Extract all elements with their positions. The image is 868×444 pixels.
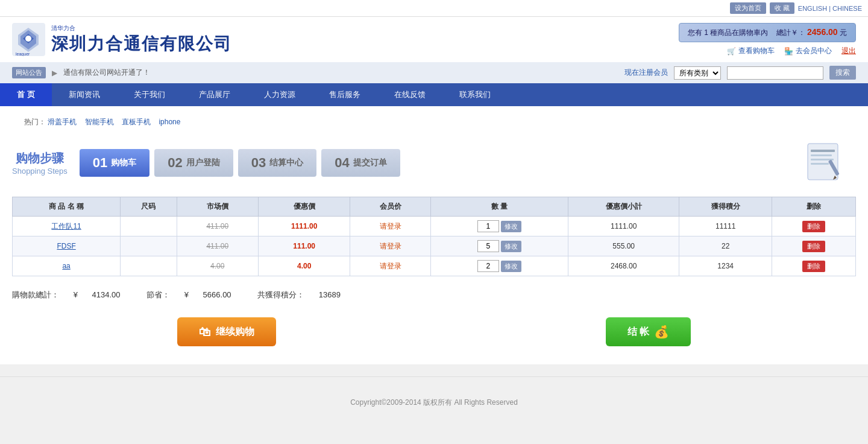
modify-btn-1[interactable]: 修改	[501, 221, 521, 232]
discount-price-2: 111.00	[293, 242, 315, 250]
logout-link[interactable]: 退出	[841, 46, 856, 56]
shopping-steps-area: 购物步骤 Shopping Steps 01 购物车 02 用户登陆 03 结算…	[12, 141, 856, 185]
english-link[interactable]: ENGLISH	[798, 5, 827, 12]
set-home-button[interactable]: 设为首页	[730, 2, 766, 14]
cart-total-unit: 元	[840, 28, 847, 37]
hot-keyword-iphone[interactable]: iphone	[159, 118, 180, 126]
steps-title-en: Shopping Steps	[12, 166, 68, 176]
category-select[interactable]: 所有类别 手机 平板 配件	[674, 66, 721, 80]
search-input[interactable]	[727, 66, 823, 80]
main-content: 热门： 滑盖手机 智能手机 直板手机 iphone 购物步骤 Shopping …	[0, 106, 868, 364]
collect-button[interactable]: 收 藏	[770, 2, 794, 14]
cart-illustration	[802, 141, 856, 183]
step-1-label: 购物车	[111, 157, 136, 168]
nav-item-products[interactable]: 产品展厅	[182, 83, 247, 106]
steps-illustration	[802, 141, 856, 185]
step-2-label: 用户登陆	[186, 157, 220, 168]
col-header-subtotal: 優惠價小計	[568, 197, 679, 217]
col-header-qty: 數 量	[431, 197, 568, 217]
points-2: 22	[679, 236, 772, 256]
svg-rect-8	[811, 154, 832, 156]
cart-total-price: 2456.00	[807, 27, 838, 37]
qty-input-1[interactable]	[477, 220, 499, 232]
nav-item-hr[interactable]: 人力资源	[247, 83, 312, 106]
view-cart-link[interactable]: 🛒 查看购物车	[727, 46, 775, 56]
cart-table: 商 品 名 稱 尺码 市场價 優惠價 会员价 數 量 優惠價小計 獲得積分 删除…	[12, 197, 856, 276]
step-4-button[interactable]: 04 提交订单	[321, 149, 400, 177]
nav-item-aftersales[interactable]: 售后服务	[312, 83, 377, 106]
member-price-3[interactable]: 请登录	[380, 262, 401, 270]
nav-item-feedback[interactable]: 在线反馈	[377, 83, 442, 106]
qty-input-3[interactable]	[477, 260, 499, 272]
nav-item-contact[interactable]: 联系我们	[442, 83, 508, 106]
hot-keyword-1[interactable]: 滑盖手机	[48, 118, 77, 126]
checkout-label: 结 帐	[627, 326, 649, 338]
member-price-1[interactable]: 请登录	[380, 222, 401, 230]
step-2-button[interactable]: 02 用户登陆	[154, 149, 233, 177]
step-3-num: 03	[251, 155, 266, 171]
step-1-button[interactable]: 01 购物车	[80, 149, 149, 177]
product-link-3[interactable]: aa	[62, 262, 70, 270]
nav-item-about[interactable]: 关于我们	[117, 83, 182, 106]
nav-item-news[interactable]: 新闻资讯	[52, 83, 117, 106]
step-2-num: 02	[168, 155, 182, 171]
header: leaguer 清华力合 深圳力合通信有限公司 您有 1 種商品在購物車內 總計…	[0, 17, 868, 62]
delete-btn-3[interactable]: 删除	[802, 261, 825, 272]
logo-text-area: 清华力合 深圳力合通信有限公司	[51, 24, 232, 56]
step-4-label: 提交订单	[353, 157, 387, 168]
col-header-member: 会员价	[350, 197, 431, 217]
continue-shopping-button[interactable]: 🛍 继续购物	[177, 317, 276, 346]
main-nav: 首 页 新闻资讯 关于我们 产品展厅 人力资源 售后服务 在线反馈 联系我们	[0, 83, 868, 106]
cart-actions-row: 🛍 继续购物 结 帐 💰	[12, 317, 856, 346]
col-header-market: 市场價	[177, 197, 259, 217]
member-price-2[interactable]: 请登录	[380, 242, 401, 250]
notice-text: 通信有限公司网站开通了！	[63, 68, 150, 78]
table-row: FDSF 411.00 111.00 请登录 修改 555.00 22 删除	[13, 236, 856, 256]
modify-btn-2[interactable]: 修改	[501, 241, 521, 252]
discount-price-3: 4.00	[297, 262, 311, 270]
step-1-num: 01	[93, 155, 107, 171]
svg-rect-6	[808, 144, 838, 180]
market-price-1: 411.00	[206, 222, 228, 230]
cart-summary: 購物款總計： ¥ 4134.00 節省： ¥ 5666.00 共獲得積分： 13…	[12, 285, 856, 305]
logo-brand-zh: 清华力合	[51, 24, 232, 33]
size-2	[121, 236, 177, 256]
modify-btn-3[interactable]: 修改	[501, 261, 521, 272]
col-header-name: 商 品 名 稱	[13, 197, 121, 217]
hot-keyword-2[interactable]: 智能手机	[85, 118, 114, 126]
col-header-delete: 删除	[772, 197, 856, 217]
delete-btn-1[interactable]: 删除	[802, 221, 825, 232]
checkout-button[interactable]: 结 帐 💰	[606, 317, 691, 346]
top-bar: 设为首页 收 藏 ENGLISH | CHINESE	[0, 0, 868, 17]
hot-keyword-3[interactable]: 直板手机	[122, 118, 151, 126]
size-3	[121, 256, 177, 276]
member-center-link[interactable]: 🏪 去会员中心	[784, 46, 832, 56]
product-link-1[interactable]: 工作队11	[51, 222, 81, 230]
qty-input-2[interactable]	[477, 240, 499, 252]
nav-item-home[interactable]: 首 页	[0, 83, 52, 106]
company-name: 深圳力合通信有限公司	[51, 33, 232, 56]
language-switcher: ENGLISH | CHINESE	[798, 5, 862, 12]
search-button[interactable]: 搜索	[829, 66, 856, 80]
view-cart-label: 查看购物车	[738, 46, 775, 56]
continue-shopping-label: 继续购物	[216, 326, 254, 338]
col-header-discount: 優惠價	[259, 197, 350, 217]
table-row: aa 4.00 4.00 请登录 修改 2468.00 1234 删除	[13, 256, 856, 276]
step-3-button[interactable]: 03 结算中心	[238, 149, 316, 177]
cart-icon: 🛒	[727, 47, 736, 56]
search-bar: 网站公告 ▶ 通信有限公司网站开通了！ 现在注册会员 所有类别 手机 平板 配件…	[0, 62, 868, 83]
register-link[interactable]: 现在注册会员	[624, 68, 668, 78]
delete-btn-2[interactable]: 删除	[802, 241, 825, 252]
chinese-link[interactable]: CHINESE	[832, 5, 862, 12]
cart-items-text: 您有	[688, 28, 702, 37]
total-label: 購物款總計： ¥ 4134.00	[12, 290, 134, 299]
points-1: 11111	[679, 217, 772, 236]
discount-price-1: 1111.00	[291, 222, 317, 230]
subtotal-2: 555.00	[568, 236, 679, 256]
footer-divider	[0, 376, 868, 377]
market-price-3: 4.00	[210, 262, 224, 270]
savings-label: 節省： ¥ 5666.00	[146, 290, 245, 299]
cart-actions: 🛒 查看购物车 🏪 去会员中心 退出	[727, 46, 856, 56]
product-link-2[interactable]: FDSF	[57, 242, 75, 250]
steps-row: 01 购物车 02 用户登陆 03 结算中心 04 提交订单	[80, 149, 790, 177]
